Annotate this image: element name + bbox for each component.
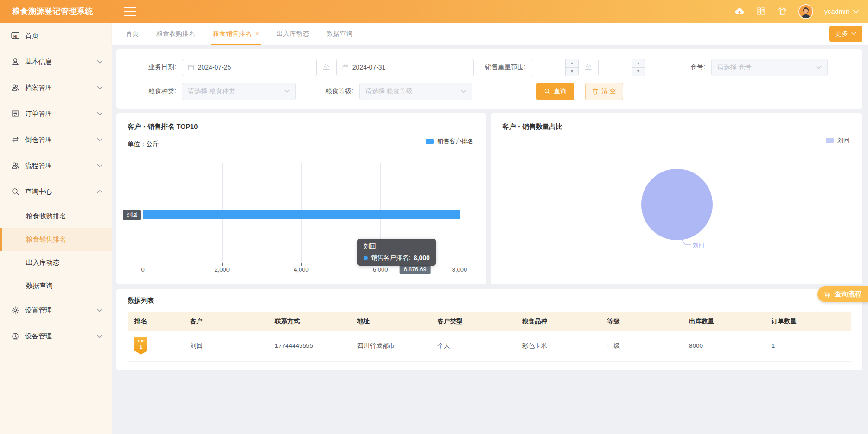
date-from-value[interactable] [198,64,311,71]
sidebar-item-grain-purchase-rank[interactable]: 粮食收购排名 [0,204,112,228]
pie-slice-label: 刘回 [692,242,704,249]
clear-button[interactable]: 清 空 [585,83,623,100]
username-dropdown[interactable]: ycadmin [824,8,859,15]
data-list-title: 数据列表 [128,296,851,305]
tab-data-query[interactable]: 数据查询 [327,23,353,45]
x-tick: 8,000 [452,266,467,273]
cell-address: 四川省成都市 [350,331,430,361]
x-tick: 4,000 [294,266,309,273]
sales-rank-chart-card: 客户・销售排名 TOP10 单位：公斤 销售客户排名 [116,113,486,284]
sidebar-item-device-mgmt[interactable]: 设备管理 [0,323,112,349]
filter-panel: 业务日期: 至 销售重量范围: ▲▼ 至 ▲▼ [116,49,862,108]
sidebar-item-label: 首页 [25,32,38,40]
sidebar-item-inout-warehouse[interactable]: 出入库动态 [0,251,112,274]
pie-chart-title: 客户・销售数量占比 [502,122,563,131]
sidebar-item-query-center[interactable]: 查询中心 [0,179,112,204]
chevron-down-icon [97,164,102,167]
legend-label: 刘回 [837,136,849,145]
cell-customer: 刘回 [183,331,268,361]
username-label: ycadmin [824,8,849,15]
sidebar-item-process-mgmt[interactable]: 流程管理 [0,153,112,179]
table-row[interactable]: TOP 1 刘回 17744445555 四川省成都市 个人 彩色玉米 一级 8… [128,331,851,361]
cell-phone: 17744445555 [268,331,351,361]
pie-chart-legend[interactable]: 刘回 [826,136,849,145]
hi-icon: Hi [11,32,19,40]
sidebar-item-basic-info[interactable]: 基本信息 [0,49,112,75]
help-book-icon[interactable] [756,6,766,17]
x-tick: 6,000 [373,266,388,273]
users-icon [11,161,19,170]
sidebar-item-label: 粮食收购排名 [26,212,66,221]
pie-label-connector [682,240,691,245]
date-to-value[interactable] [352,64,468,71]
theme-shirt-icon[interactable] [777,6,787,17]
data-list-card: 数据列表 排名 客户 联系方式 地址 客户类型 粮食品种 等级 出库数量 [116,289,862,370]
trash-icon [592,88,598,95]
col-phone: 联系方式 [268,312,351,331]
sidebar-item-label: 设备管理 [25,332,52,341]
sidebar: Hi 首页 基本信息 档案管理 订单管理 倒仓管理 流程管理 查询中心 粮食收购… [0,23,112,434]
cell-outbound-qty: 8000 [682,331,765,361]
table-header-row: 排名 客户 联系方式 地址 客户类型 粮食品种 等级 出库数量 订单数量 [128,312,851,331]
weight-max-input[interactable] [599,59,632,76]
marker-value-badge: 6,876.69 [400,265,431,274]
weight-range-label: 销售重量范围: [485,63,526,71]
pie-slice-liuhui[interactable] [641,169,713,240]
sidebar-item-home[interactable]: Hi 首页 [0,23,112,49]
bar-liuhui[interactable] [143,210,460,219]
sidebar-item-settings-mgmt[interactable]: 设置管理 [0,297,112,323]
tab-grain-purchase-rank[interactable]: 粮食收购排名 [156,23,195,45]
warehouse-select[interactable]: 请选择 仓号 [711,59,828,76]
stepper-up-icon[interactable]: ▲ [566,59,578,68]
tab-home[interactable]: 首页 [126,23,139,45]
col-address: 地址 [350,312,430,331]
col-grade: 等级 [600,312,682,331]
col-outbound-qty: 出库数量 [682,312,765,331]
date-to-input[interactable] [336,59,474,76]
sidebar-item-label: 档案管理 [25,83,52,92]
tab-close-icon[interactable]: × [255,30,259,37]
date-from-input[interactable] [182,59,317,76]
weight-min-stepper[interactable]: ▲▼ [532,59,579,76]
user-avatar[interactable] [798,4,813,19]
business-date-label: 业务日期: [128,63,176,71]
stepper-down-icon[interactable]: ▼ [566,68,578,76]
tab-inout-warehouse[interactable]: 出入库动态 [277,23,309,45]
chevron-down-icon [97,112,102,115]
bar-chart-legend[interactable]: 销售客户排名 [426,137,473,146]
tab-grain-sales-rank[interactable]: 粮食销售排名 × [213,23,259,45]
main-area: 首页 粮食收购排名 粮食销售排名 × 出入库动态 数据查询 更多 业务日期: 至 [112,23,868,434]
sidebar-item-grain-sales-rank[interactable]: 粮食销售排名 [0,228,112,251]
grain-type-select[interactable]: 请选择 粮食种类 [182,83,296,100]
app-header: 粮食溯源登记管理系统 ycadmin [0,0,868,23]
cloud-upload-icon[interactable] [734,6,745,17]
search-button[interactable]: 查询 [536,83,574,100]
sidebar-item-warehouse-transfer[interactable]: 倒仓管理 [0,127,112,153]
hamburger-menu-icon[interactable] [124,7,136,16]
chart-tooltip: 刘回 销售客户排名: 8,000 [357,239,436,266]
weight-max-stepper[interactable]: ▲▼ [598,59,645,76]
order-icon [11,109,19,118]
sidebar-item-label: 流程管理 [25,161,52,170]
data-table: 排名 客户 联系方式 地址 客户类型 粮食品种 等级 出库数量 订单数量 [128,312,851,362]
sidebar-item-label: 粮食销售排名 [26,235,66,244]
chevron-down-icon [284,89,290,93]
stepper-down-icon[interactable]: ▼ [632,68,645,76]
grain-grade-select[interactable]: 请选择 粮食等级 [359,83,472,100]
sidebar-item-data-query[interactable]: 数据查询 [0,274,112,297]
chevron-down-icon [816,65,822,69]
sidebar-item-order-mgmt[interactable]: 订单管理 [0,101,112,127]
tooltip-title: 刘回 [364,243,430,251]
grain-grade-placeholder: 请选择 粮食等级 [365,87,461,96]
query-flow-button[interactable]: 查询流程 [817,286,868,302]
weight-min-input[interactable] [532,59,565,76]
user-icon [11,57,19,66]
col-customer-type: 客户类型 [430,312,515,331]
col-rank: 排名 [128,312,183,331]
col-order-qty: 订单数量 [765,312,851,331]
gear-icon [11,306,19,314]
x-axis-ticks: 0 2,000 4,000 6,000 8,000 6,876.69 [143,266,460,274]
stepper-up-icon[interactable]: ▲ [632,59,645,68]
more-button[interactable]: 更多 [829,26,862,42]
sidebar-item-archive-mgmt[interactable]: 档案管理 [0,75,112,101]
